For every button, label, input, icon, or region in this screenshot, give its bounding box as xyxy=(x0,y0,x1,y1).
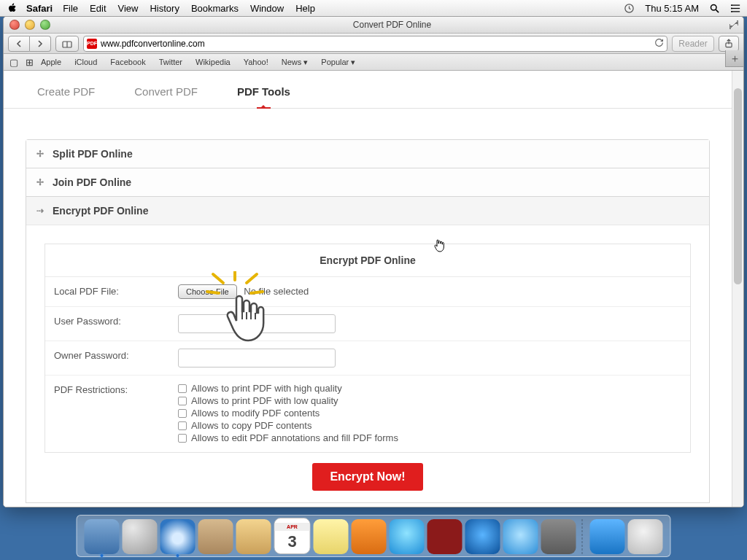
restriction-checkbox[interactable] xyxy=(178,421,187,430)
tools-accordion: ✢ Split PDF Online ✢ Join PDF Online ⇢ E… xyxy=(26,139,710,503)
dock-app-icon[interactable] xyxy=(352,519,387,554)
dock-appstore-icon[interactable] xyxy=(503,519,538,554)
reader-button[interactable]: Reader xyxy=(672,36,714,52)
bookmark-wikipedia[interactable]: Wikipedia xyxy=(196,58,231,66)
expand-icon: ✢ xyxy=(35,177,45,187)
restrictions-label: PDF Restrictions: xyxy=(54,383,178,445)
reload-button[interactable] xyxy=(654,38,664,50)
restriction-option[interactable]: Allows to edit PDF annotations and fill … xyxy=(178,432,681,443)
bookmark-popular[interactable]: Popular ▾ xyxy=(321,58,355,67)
encrypt-now-button[interactable]: Encrypt Now! xyxy=(312,463,422,491)
bookmarks-button[interactable] xyxy=(55,36,79,52)
bookmark-news[interactable]: News ▾ xyxy=(282,58,309,67)
restriction-text: Allows to modify PDF contents xyxy=(191,408,320,419)
svg-line-2 xyxy=(716,9,719,12)
menu-history[interactable]: History xyxy=(150,3,179,14)
dock-mail-icon[interactable] xyxy=(198,519,233,554)
accordion-join-pdf[interactable]: ✢ Join PDF Online xyxy=(26,168,709,196)
restriction-checkbox[interactable] xyxy=(178,384,187,393)
dock-contacts-icon[interactable] xyxy=(236,519,271,554)
owner-password-input[interactable] xyxy=(178,349,336,368)
restriction-checkbox[interactable] xyxy=(178,409,187,418)
notifications-icon[interactable] xyxy=(730,3,741,14)
restriction-checkbox[interactable] xyxy=(178,434,187,443)
dock-launchpad-icon[interactable] xyxy=(123,519,158,554)
dock-finder-icon[interactable] xyxy=(85,519,120,554)
choose-file-button[interactable]: Choose File xyxy=(178,284,237,299)
new-tab-button[interactable]: ＋ xyxy=(725,50,743,67)
svg-rect-4 xyxy=(732,7,740,8)
svg-rect-3 xyxy=(732,4,740,5)
bookmark-icloud[interactable]: iCloud xyxy=(74,58,97,66)
svg-rect-5 xyxy=(732,11,740,12)
calendar-day: 3 xyxy=(287,534,296,550)
accordion-label: Encrypt PDF Online xyxy=(53,205,148,217)
dock-trash-icon[interactable] xyxy=(628,519,663,554)
restriction-option[interactable]: Allows to copy PDF contents xyxy=(178,420,681,431)
tab-create-pdf[interactable]: Create PDF xyxy=(30,85,102,108)
file-label: Local PDF File: xyxy=(54,284,178,299)
user-password-input[interactable] xyxy=(178,314,336,333)
safari-window: Convert PDF Online PDF www.pdfconvertonl… xyxy=(3,16,744,508)
restriction-option[interactable]: Allows to print PDF with high quality xyxy=(178,383,681,394)
accordion-label: Split PDF Online xyxy=(53,148,133,160)
top-sites-icon[interactable]: ⊞ xyxy=(26,57,34,68)
encrypt-card: Encrypt PDF Online Local PDF File: Choos… xyxy=(44,244,691,453)
collapse-icon: ⇢ xyxy=(35,206,45,216)
svg-point-6 xyxy=(731,4,732,6)
bookmark-twitter[interactable]: Twitter xyxy=(159,58,182,66)
bookmark-facebook[interactable]: Facebook xyxy=(110,58,145,66)
apple-menu-icon[interactable] xyxy=(7,3,18,13)
restriction-text: Allows to edit PDF annotations and fill … xyxy=(191,432,398,443)
accordion-encrypt-pdf[interactable]: ⇢ Encrypt PDF Online xyxy=(26,197,709,225)
svg-point-8 xyxy=(731,10,732,12)
bookmark-yahoo[interactable]: Yahoo! xyxy=(244,58,268,66)
window-titlebar: Convert PDF Online xyxy=(4,17,743,34)
zoom-window-button[interactable] xyxy=(40,20,50,30)
scrollbar-thumb[interactable] xyxy=(734,88,742,284)
restriction-option[interactable]: Allows to modify PDF contents xyxy=(178,408,681,419)
accordion-split-pdf[interactable]: ✢ Split PDF Online xyxy=(26,140,709,168)
time-machine-icon[interactable] xyxy=(624,3,635,14)
spotlight-icon[interactable] xyxy=(709,3,720,14)
dock-itunes-icon[interactable] xyxy=(465,519,500,554)
restriction-option[interactable]: Allows to print PDF with low quality xyxy=(178,395,681,406)
dock-separator xyxy=(582,519,584,554)
dock-messages-icon[interactable] xyxy=(390,519,425,554)
dock-photobooth-icon[interactable] xyxy=(427,519,462,554)
minimize-window-button[interactable] xyxy=(25,20,35,30)
menu-bookmarks[interactable]: Bookmarks xyxy=(191,3,239,14)
menu-edit[interactable]: Edit xyxy=(90,3,106,14)
forward-button[interactable] xyxy=(30,36,51,52)
fullscreen-button[interactable] xyxy=(729,20,739,30)
dock-calendar-icon[interactable]: APR 3 xyxy=(274,518,311,554)
menu-file[interactable]: File xyxy=(63,3,78,14)
restriction-text: Allows to print PDF with high quality xyxy=(191,383,342,394)
show-bookmarks-icon[interactable]: ▢ xyxy=(9,57,18,68)
dock-downloads-icon[interactable] xyxy=(590,519,625,554)
restriction-checkbox[interactable] xyxy=(178,397,187,405)
close-window-button[interactable] xyxy=(9,20,20,30)
tab-convert-pdf[interactable]: Convert PDF xyxy=(127,85,205,108)
restriction-text: Allows to print PDF with low quality xyxy=(191,395,338,406)
share-button[interactable] xyxy=(719,36,739,52)
window-title: Convert PDF Online xyxy=(55,20,729,30)
menu-view[interactable]: View xyxy=(118,3,139,14)
back-button[interactable] xyxy=(8,36,30,52)
menu-window[interactable]: Window xyxy=(250,3,284,14)
menubar-app-name[interactable]: Safari xyxy=(26,3,53,14)
accordion-label: Join PDF Online xyxy=(53,176,131,188)
tab-pdf-tools[interactable]: PDF Tools xyxy=(230,85,298,108)
dock-system-prefs-icon[interactable] xyxy=(541,519,576,554)
page-scrollbar[interactable] xyxy=(732,71,743,507)
menu-help[interactable]: Help xyxy=(295,3,315,14)
menubar-clock[interactable]: Thu 5:15 AM xyxy=(645,3,699,14)
dock-safari-icon[interactable] xyxy=(160,519,196,554)
browser-toolbar: PDF www.pdfconvertonline.com Reader xyxy=(4,34,743,54)
restriction-text: Allows to copy PDF contents xyxy=(191,420,311,431)
bookmark-apple[interactable]: Apple xyxy=(41,58,61,66)
dock-notes-icon[interactable] xyxy=(314,519,349,554)
svg-point-1 xyxy=(711,4,717,10)
address-bar[interactable]: PDF www.pdfconvertonline.com xyxy=(83,36,667,52)
url-text: www.pdfconvertonline.com xyxy=(101,39,205,49)
